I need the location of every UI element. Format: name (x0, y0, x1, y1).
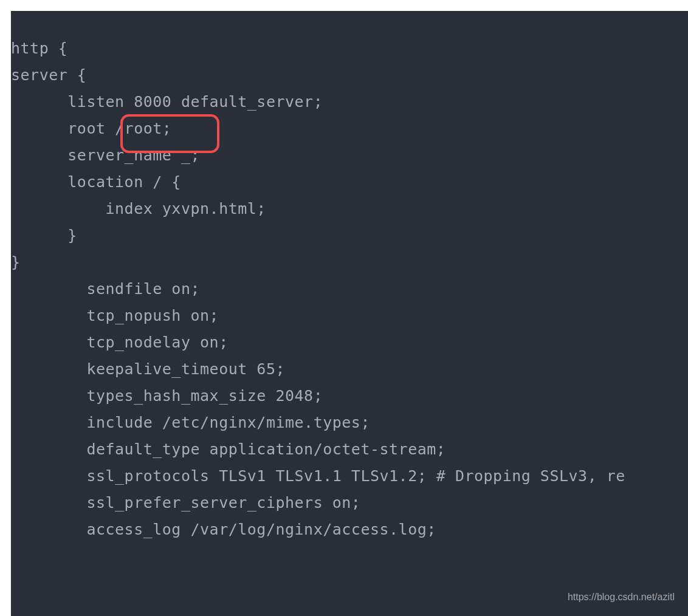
code-line: http { (11, 35, 688, 62)
code-line: include /etc/nginx/mime.types; (11, 409, 688, 436)
code-line: sendfile on; (11, 276, 688, 303)
code-line: ssl_prefer_server_ciphers on; (11, 490, 688, 516)
code-block: http { server { listen 8000 default_serv… (11, 11, 688, 616)
code-line: access_log /var/log/nginx/access.log; (11, 516, 688, 543)
code-line: default_type application/octet-stream; (11, 436, 688, 463)
code-line: types_hash_max_size 2048; (11, 383, 688, 409)
watermark-text: https://blog.csdn.net/azitl (568, 592, 675, 603)
code-line: index yxvpn.html; (11, 196, 688, 222)
code-line: keepalive_timeout 65; (11, 356, 688, 383)
code-line: } (11, 222, 688, 249)
code-line: server { (11, 62, 688, 89)
code-line: root /root; (11, 115, 688, 142)
code-line: server_name _; (11, 142, 688, 169)
code-line: } (11, 249, 688, 276)
code-line: tcp_nopush on; (11, 303, 688, 329)
code-line: listen 8000 default_server; (11, 89, 688, 115)
code-line: ssl_protocols TLSv1 TLSv1.1 TLSv1.2; # D… (11, 463, 688, 490)
code-line: tcp_nodelay on; (11, 329, 688, 356)
code-line: location / { (11, 169, 688, 196)
